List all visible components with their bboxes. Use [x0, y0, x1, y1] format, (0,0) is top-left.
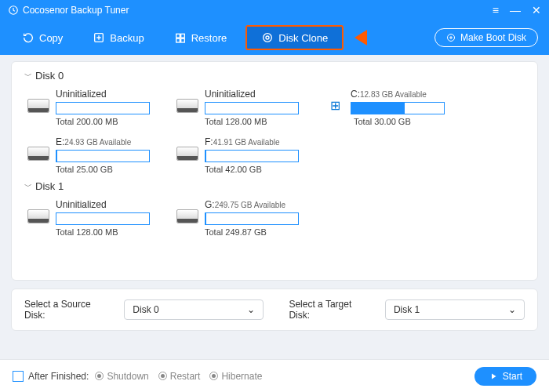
app-title: Cocosenor Backup Tuner	[8, 5, 129, 16]
partition-total: Total 30.00 GB	[354, 117, 459, 126]
partition-total: Total 249.87 GB	[205, 227, 310, 237]
partition-item[interactable]: G:249.75 GB Available Total 249.87 GB	[176, 197, 310, 237]
target-disk-label: Select a Target Disk:	[289, 299, 374, 321]
backup-button[interactable]: Backup	[82, 27, 155, 49]
hdd-icon	[27, 99, 49, 113]
disk-selector-row: Select a Source Disk: Disk 0 ⌄ Select a …	[11, 289, 538, 331]
copy-label: Copy	[39, 32, 63, 44]
partition-available: 24.93 GB Available	[64, 138, 131, 147]
hdd-icon	[27, 209, 49, 223]
windows-icon: ⊞	[325, 98, 344, 113]
svg-point-7	[266, 36, 269, 39]
hdd-icon	[176, 209, 198, 223]
shutdown-label: Shutdown	[107, 371, 148, 382]
partition-item[interactable]: Uninitialized Total 128.00 MB	[27, 197, 161, 237]
partition-title: G:	[205, 199, 215, 210]
usage-bar	[56, 212, 150, 225]
app-title-text: Cocosenor Backup Tuner	[23, 5, 129, 16]
chevron-down-icon: ﹀	[24, 181, 32, 192]
partition-item[interactable]: F:41.91 GB Available Total 42.00 GB	[176, 134, 310, 174]
partition-item[interactable]: E:24.93 GB Available Total 25.00 GB	[27, 134, 161, 174]
partition-title: C:	[351, 89, 360, 100]
source-disk-label: Select a Source Disk:	[24, 299, 113, 321]
partition-title: Uninitialized	[56, 199, 107, 210]
partition-title: Uninitialized	[205, 89, 256, 100]
partition-available: 12.83 GB Available	[360, 90, 427, 99]
chevron-down-icon: ⌄	[508, 304, 516, 315]
disk1-label: Disk 1	[35, 180, 64, 192]
disk-clone-label: Disk Clone	[278, 32, 328, 44]
target-disk-select[interactable]: Disk 1 ⌄	[385, 299, 525, 320]
restore-label: Restore	[191, 32, 227, 44]
svg-rect-3	[180, 34, 184, 38]
partition-title: F:	[205, 136, 213, 147]
partition-title: Uninitialized	[56, 89, 107, 100]
usage-bar	[205, 102, 299, 114]
partition-available: 41.91 GB Available	[213, 138, 280, 147]
after-finished-label: After Finished:	[28, 371, 89, 382]
partition-item[interactable]: ⊞ C:12.83 GB Available Total 30.00 GB	[325, 86, 459, 126]
make-boot-disk-button[interactable]: Make Boot Disk	[434, 28, 538, 47]
hdd-icon	[27, 147, 49, 161]
svg-rect-4	[176, 38, 180, 42]
partition-title: E:	[56, 136, 64, 147]
disks-panel: ﹀ Disk 0 Uninitialized Total 200.00 MB	[11, 61, 538, 281]
usage-bar	[205, 150, 299, 162]
boot-disk-label: Make Boot Disk	[460, 32, 526, 43]
disk0-header[interactable]: ﹀ Disk 0	[24, 70, 526, 82]
callout-arrow-icon	[354, 30, 367, 45]
close-icon[interactable]: ✕	[532, 4, 541, 16]
hdd-icon	[176, 99, 198, 113]
partition-item[interactable]: Uninitialized Total 128.00 MB	[176, 86, 310, 126]
restore-button[interactable]: Restore	[163, 27, 238, 49]
usage-bar	[56, 150, 150, 162]
hibernate-label: Hibernate	[221, 371, 262, 382]
partition-total: Total 128.00 MB	[205, 117, 310, 126]
partition-total: Total 25.00 GB	[56, 165, 161, 174]
copy-button[interactable]: Copy	[11, 27, 74, 49]
disk-clone-button[interactable]: Disk Clone	[245, 25, 344, 50]
svg-rect-2	[176, 34, 180, 38]
hdd-icon	[176, 147, 198, 161]
source-disk-value: Disk 0	[133, 304, 158, 315]
svg-point-6	[264, 34, 272, 42]
hibernate-radio[interactable]: Hibernate	[209, 371, 262, 382]
usage-bar	[205, 212, 299, 225]
minimize-icon[interactable]: —	[510, 4, 521, 16]
partition-total: Total 200.00 MB	[56, 117, 161, 126]
partition-available: 249.75 GB Available	[215, 201, 285, 209]
usage-bar	[351, 102, 445, 114]
disk0-label: Disk 0	[35, 70, 64, 82]
start-label: Start	[503, 371, 522, 382]
partition-item[interactable]: Uninitialized Total 200.00 MB	[27, 86, 161, 126]
usage-bar	[56, 102, 150, 114]
restart-radio[interactable]: Restart	[158, 371, 201, 382]
menu-icon[interactable]: ≡	[493, 4, 499, 16]
chevron-down-icon: ﹀	[24, 71, 32, 82]
svg-rect-5	[180, 38, 184, 42]
partition-total: Total 42.00 GB	[205, 165, 310, 174]
shutdown-radio[interactable]: Shutdown	[95, 371, 148, 382]
partition-total: Total 128.00 MB	[56, 227, 161, 237]
target-disk-value: Disk 1	[394, 304, 420, 315]
backup-label: Backup	[110, 32, 144, 44]
chevron-down-icon: ⌄	[247, 304, 255, 315]
start-button[interactable]: Start	[474, 367, 536, 386]
source-disk-select[interactable]: Disk 0 ⌄	[124, 299, 264, 320]
restart-label: Restart	[170, 371, 201, 382]
disk1-header[interactable]: ﹀ Disk 1	[24, 180, 526, 192]
after-finished-checkbox[interactable]	[13, 371, 24, 382]
